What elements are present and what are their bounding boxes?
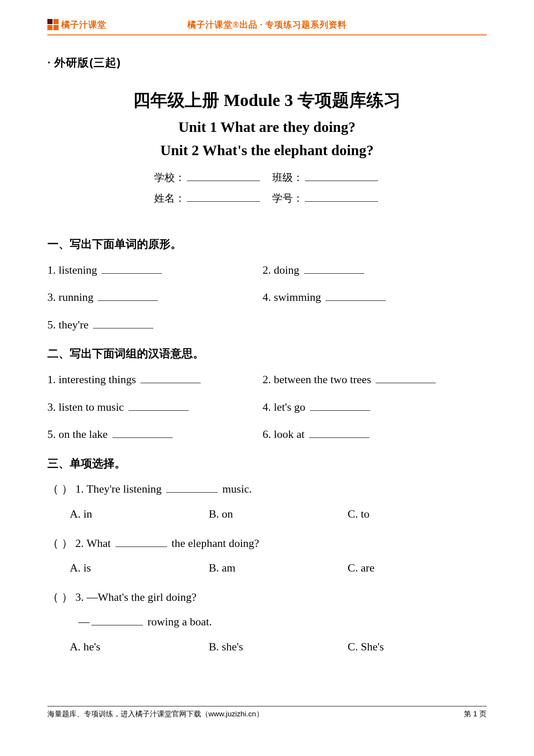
s3-q2-num: 2. — [75, 537, 84, 550]
s3-q3-options: A. he's B. she's C. She's — [47, 638, 487, 656]
title-block: 四年级上册 Module 3 专项题库练习 Unit 1 What are th… — [47, 88, 487, 159]
s1-item-3-text: running — [59, 291, 93, 303]
s1-item-5-num: 5. — [47, 319, 56, 331]
s1-item-2-text: doing — [274, 264, 299, 276]
s2-item-2-blank[interactable] — [376, 371, 436, 383]
s2-item-1-text: interesting things — [59, 373, 136, 386]
s3-q3: （ ） 3. —What's the girl doing? — [47, 588, 487, 606]
s1-row-3: 5. they're — [47, 316, 487, 334]
student-fields: 学校： 班级： 姓名： 学号： — [47, 167, 487, 209]
number-label: 学号： — [272, 193, 303, 204]
s2-item-6-blank[interactable] — [309, 426, 369, 438]
name-label: 姓名： — [154, 193, 185, 204]
s3-q3-line1: —What's the girl doing? — [87, 591, 196, 603]
s2-item-6-text: look at — [274, 428, 305, 440]
s2-item-1-blank[interactable] — [140, 371, 201, 383]
s3-q1: （ ） 1. They're listening music. — [47, 480, 487, 498]
s2-item-3-blank[interactable] — [128, 398, 189, 411]
s3-q1-blank[interactable] — [166, 481, 218, 493]
s2-item-1-num: 1. — [47, 373, 56, 386]
school-label: 学校： — [154, 172, 185, 183]
s3-q2-opt-c: C. are — [348, 559, 487, 577]
s3-q3-opt-c: C. She's — [348, 638, 487, 656]
s1-row-1: 1. listening 2. doing — [47, 261, 487, 279]
s1-item-1-text: listening — [59, 264, 97, 276]
s2-item-5-blank[interactable] — [112, 426, 173, 438]
s3-q2-opt-b: B. am — [209, 559, 348, 577]
s2-item-4-blank[interactable] — [310, 398, 370, 411]
s3-q1-opt-a: A. in — [70, 505, 209, 523]
s2-item-4-text: let's go — [274, 401, 305, 413]
s3-q3-opt-a: A. he's — [70, 638, 209, 656]
footer-rule — [47, 706, 487, 706]
s2-item-2-num: 2. — [263, 373, 271, 386]
s3-q2: （ ） 2. What the elephant doing? — [47, 534, 487, 553]
s3-q2-before: What — [87, 537, 114, 550]
s3-q1-paren[interactable]: （ ） — [47, 483, 73, 495]
s2-item-5-num: 5. — [47, 428, 56, 440]
s3-q3-line2: — rowing a boat. — [47, 613, 487, 631]
s3-q3-opt-b: B. she's — [209, 638, 348, 656]
s2-item-3-num: 3. — [47, 401, 56, 413]
school-input-line[interactable] — [187, 170, 260, 181]
section-2: 二、写出下面词组的汉语意思。 1. interesting things 2. … — [47, 345, 487, 443]
section-1-heading: 一、写出下面单词的原形。 — [47, 235, 487, 253]
class-label: 班级： — [272, 172, 303, 183]
s3-q1-before: They're listening — [87, 483, 165, 495]
title-line-1: 四年级上册 Module 3 专项题库练习 — [47, 88, 487, 112]
s2-item-3-text: listen to music — [59, 401, 124, 413]
number-input-line[interactable] — [305, 191, 378, 202]
s1-item-2-num: 2. — [263, 264, 271, 276]
s3-q2-paren[interactable]: （ ） — [47, 537, 73, 550]
edition-label: · 外研版(三起) — [47, 55, 487, 70]
s2-item-2-text: between the two trees — [274, 373, 371, 386]
header-rule — [47, 34, 487, 35]
footer-left: 海量题库、专项训练，进入橘子汁课堂官网下载（www.juzizhi.cn） — [47, 709, 264, 719]
section-3: 三、单项选择。 （ ） 1. They're listening music. … — [47, 455, 487, 656]
s1-row-2: 3. running 4. swimming — [47, 288, 487, 306]
s2-row-3: 5. on the lake 6. look at — [47, 425, 487, 444]
name-input-line[interactable] — [187, 191, 260, 202]
s3-q2-options: A. is B. am C. are — [47, 559, 487, 577]
s1-item-1-num: 1. — [47, 264, 56, 276]
header-caption: 橘子汁课堂®出品 · 专项练习题系列资料 — [47, 19, 487, 31]
s3-q1-num: 1. — [75, 483, 84, 495]
s3-q3-blank[interactable] — [91, 613, 143, 626]
s2-row-1: 1. interesting things 2. between the two… — [47, 371, 487, 389]
s1-item-3-blank[interactable] — [98, 289, 158, 301]
s1-item-5-blank[interactable] — [93, 316, 153, 328]
s1-item-4-text: swimming — [274, 291, 321, 303]
footer-right: 第 1 页 — [464, 709, 487, 719]
footer: 海量题库、专项训练，进入橘子汁课堂官网下载（www.juzizhi.cn） 第 … — [47, 706, 487, 719]
s3-q1-options: A. in B. on C. to — [47, 505, 487, 523]
section-1: 一、写出下面单词的原形。 1. listening 2. doing 3. ru… — [47, 235, 487, 334]
s2-item-5-text: on the lake — [59, 428, 108, 440]
s1-item-4-blank[interactable] — [326, 289, 386, 301]
s3-q1-after: music. — [220, 483, 252, 495]
page: 橘子汁课堂 橘子汁课堂®出品 · 专项练习题系列资料 · 外研版(三起) 四年级… — [0, 0, 534, 756]
s3-q3-num: 3. — [75, 591, 84, 603]
s3-q2-blank[interactable] — [115, 534, 167, 547]
s3-q3-before: — — [78, 615, 90, 628]
title-line-2: Unit 1 What are they doing? — [47, 119, 487, 135]
section-2-heading: 二、写出下面词组的汉语意思。 — [47, 345, 487, 363]
class-input-line[interactable] — [305, 170, 378, 181]
header-bar: 橘子汁课堂 橘子汁课堂®出品 · 专项练习题系列资料 — [47, 17, 487, 32]
s2-item-4-num: 4. — [263, 401, 271, 413]
worksheet-content: 一、写出下面单词的原形。 1. listening 2. doing 3. ru… — [47, 235, 487, 656]
s1-item-2-blank[interactable] — [304, 261, 364, 274]
s3-q3-after: rowing a boat. — [145, 615, 212, 628]
s1-item-1-blank[interactable] — [102, 261, 162, 274]
s1-item-3-num: 3. — [47, 291, 56, 303]
s3-q2-opt-a: A. is — [70, 559, 209, 577]
section-3-heading: 三、单项选择。 — [47, 455, 487, 473]
s2-item-6-num: 6. — [263, 428, 271, 440]
s3-q1-opt-b: B. on — [209, 505, 348, 523]
s2-row-2: 3. listen to music 4. let's go — [47, 398, 487, 416]
s1-item-4-num: 4. — [263, 291, 271, 303]
s1-item-5-text: they're — [59, 319, 89, 331]
title-line-3: Unit 2 What's the elephant doing? — [47, 142, 487, 159]
s3-q2-after: the elephant doing? — [169, 537, 259, 550]
s3-q1-opt-c: C. to — [348, 505, 487, 523]
s3-q3-paren[interactable]: （ ） — [47, 591, 73, 603]
